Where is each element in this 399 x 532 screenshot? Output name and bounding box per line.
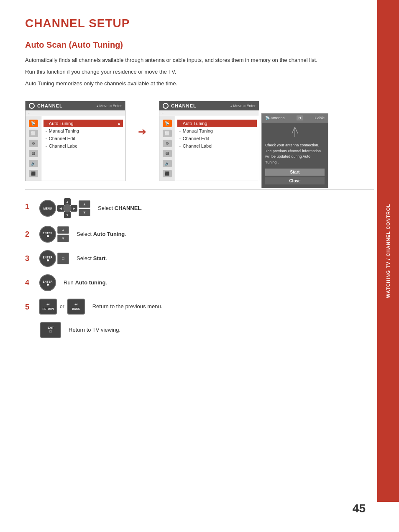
dpad-center-1 bbox=[63, 204, 72, 212]
popup-body-text: Check your antenna connection. The previ… bbox=[262, 139, 328, 167]
page-number: 45 bbox=[353, 502, 366, 515]
step-5-text: Return to the previous menu. bbox=[92, 303, 163, 310]
menu-icon-image-2: 🖼 bbox=[163, 150, 172, 157]
arrow-between-panels: ➔ bbox=[138, 126, 146, 138]
nav-btn-1: ▲ ▼ bbox=[79, 200, 90, 216]
menu-icon-audio-2: 🔊 bbox=[163, 160, 172, 167]
menu-icon-settings: ⚙ bbox=[29, 140, 38, 147]
popup-start-button[interactable]: Start bbox=[265, 169, 325, 176]
square-nav-3[interactable]: ▢ bbox=[57, 253, 69, 264]
menu-item-auto-tuning-2: • Auto Tuning bbox=[177, 120, 257, 127]
enter-dot-4 bbox=[47, 284, 49, 286]
step-4-row: 4 ENTER Run Auto tuning. bbox=[25, 274, 374, 291]
panel-with-popup: CHANNEL ⬧ Move ⊛ Enter ← 📡 ⬜ ⚙ 🖼 🔊 ⬛ bbox=[159, 101, 259, 181]
section-subtitle: Auto Scan (Auto Tuning) bbox=[25, 40, 374, 50]
menu-panel-1-items: • Auto Tuning ▲ • Manual Tuning • Channe… bbox=[41, 116, 125, 181]
menu-panel-2: CHANNEL ⬧ Move ⊛ Enter ← 📡 ⬜ ⚙ 🖼 🔊 ⬛ bbox=[159, 101, 259, 181]
menu-panel-1-icons: 📡 ⬜ ⚙ 🖼 🔊 ⬛ bbox=[26, 116, 41, 181]
h-label: H bbox=[297, 115, 303, 120]
enter-dot-3 bbox=[47, 259, 49, 261]
svg-line-1 bbox=[295, 127, 298, 133]
step-1-row: 1 MENU ▲ ▼ ◀ ▶ ▲ ▼ bbox=[25, 198, 374, 218]
page-title: CHANNEL SETUP bbox=[25, 17, 374, 30]
step-2-text: Select Auto Tuning. bbox=[77, 230, 126, 238]
menu-icon-image: 🖼 bbox=[29, 150, 38, 157]
menu-item-channel-edit-2: • Channel Edit bbox=[179, 135, 255, 142]
step-4-number: 4 bbox=[25, 279, 32, 287]
main-content: CHANNEL SETUP Auto Scan (Auto Tuning) Au… bbox=[25, 0, 374, 355]
auto-tuning-popup: 📡 Antenna H Cable Check your antenna con… bbox=[261, 113, 328, 188]
menu-icon-settings-2: ⚙ bbox=[163, 140, 172, 147]
antenna-label: 📡 Antenna bbox=[265, 116, 285, 120]
step-2-number: 2 bbox=[25, 230, 32, 239]
enter-button-3[interactable]: ENTER bbox=[39, 250, 56, 267]
section-divider bbox=[25, 189, 374, 190]
exit-buttons: EXIT □ bbox=[40, 322, 61, 338]
body-text-1: Automatically finds all channels availab… bbox=[25, 56, 374, 65]
cable-label: Cable bbox=[315, 116, 325, 120]
step-2-buttons: ENTER ▲ ▼ bbox=[39, 226, 69, 243]
enter-dot-2 bbox=[47, 235, 49, 237]
antenna-svg bbox=[289, 125, 301, 138]
exit-row: EXIT □ Return to TV viewing. bbox=[40, 322, 374, 338]
step-1-buttons: MENU ▲ ▼ ◀ ▶ ▲ ▼ bbox=[39, 198, 90, 218]
menu-item-manual-tuning-2: • Manual Tuning bbox=[179, 127, 255, 135]
step-4-buttons: ENTER bbox=[39, 274, 56, 291]
step-3-number: 3 bbox=[25, 254, 32, 263]
menu-panel-2-icons: 📡 ⬜ ⚙ 🖼 🔊 ⬛ bbox=[159, 116, 175, 181]
back-button[interactable]: ↩ BACK bbox=[67, 299, 85, 315]
steps-area: 1 MENU ▲ ▼ ◀ ▶ ▲ ▼ bbox=[25, 198, 374, 338]
step-5-row: 5 ↩ RETURN or ↩ BACK Return to the previ… bbox=[25, 299, 374, 315]
step-1-number: 1 bbox=[25, 202, 32, 211]
dpad-down-1[interactable]: ▼ bbox=[64, 212, 71, 218]
sidebar: WATCHING TV / CHANNEL CONTROL bbox=[377, 0, 399, 502]
exit-button[interactable]: EXIT □ bbox=[40, 322, 61, 338]
nav-down-1[interactable]: ▼ bbox=[79, 209, 90, 216]
menu-icon-misc: ⬛ bbox=[29, 170, 38, 177]
dpad-1[interactable]: ▲ ▼ ◀ ▶ bbox=[57, 198, 77, 218]
menu-item-channel-label-2: • Channel Label bbox=[179, 142, 255, 150]
menu-item-channel-edit-1: • Channel Edit bbox=[46, 135, 121, 142]
menu-icon-antenna: 📡 bbox=[29, 120, 38, 127]
menu-panel-1: CHANNEL ⬧ Move ⊛ Enter ← 📡 ⬜ ⚙ 🖼 🔊 ⬛ • bbox=[25, 101, 125, 181]
popup-antenna-bar: 📡 Antenna H Cable bbox=[262, 114, 328, 123]
menu-panel-1-body: 📡 ⬜ ⚙ 🖼 🔊 ⬛ • Auto Tuning ▲ • Manual bbox=[26, 116, 125, 181]
body-text-2: Run this function if you change your res… bbox=[25, 67, 374, 77]
menu-panel-2-header: CHANNEL ⬧ Move ⊛ Enter bbox=[159, 101, 259, 110]
step-2-row: 2 ENTER ▲ ▼ Select Auto Tuning. bbox=[25, 226, 374, 243]
right-arrow-icon: ➔ bbox=[138, 126, 146, 138]
screenshots-area: CHANNEL ⬧ Move ⊛ Enter ← 📡 ⬜ ⚙ 🖼 🔊 ⬛ • bbox=[25, 101, 374, 181]
menu-icon-antenna-2: 📡 bbox=[163, 120, 172, 127]
step-3-row: 3 ENTER ▢ Select Start. bbox=[25, 250, 374, 267]
dpad-right-1[interactable]: ▶ bbox=[71, 205, 77, 212]
menu-button[interactable]: MENU bbox=[39, 200, 56, 217]
logo-icon bbox=[29, 103, 35, 109]
step-5-buttons: ↩ RETURN or ↩ BACK bbox=[39, 299, 85, 315]
or-label: or bbox=[60, 304, 64, 309]
nav-up-2[interactable]: ▲ bbox=[57, 226, 69, 234]
popup-antenna-icon bbox=[262, 123, 328, 139]
nav-down-2[interactable]: ▼ bbox=[57, 235, 69, 242]
menu-panel-1-header-left: CHANNEL bbox=[29, 103, 63, 109]
menu-icon-audio: 🔊 bbox=[29, 160, 38, 167]
menu-item-auto-tuning-1: • Auto Tuning ▲ bbox=[43, 120, 123, 127]
menu-item-channel-label-1: • Channel Label bbox=[46, 142, 121, 150]
menu-panel-1-title: CHANNEL bbox=[37, 103, 63, 108]
sidebar-label: WATCHING TV / CHANNEL CONTROL bbox=[386, 204, 391, 298]
enter-button-4[interactable]: ENTER bbox=[39, 274, 56, 291]
step-3-buttons: ENTER ▢ bbox=[39, 250, 69, 267]
body-text-3: Auto Tuning memorizes only the channels … bbox=[25, 79, 374, 88]
menu-panel-2-title: CHANNEL bbox=[171, 103, 197, 108]
step-4-text: Run Auto tuning. bbox=[64, 279, 107, 286]
enter-button-2[interactable]: ENTER bbox=[39, 226, 56, 243]
svg-line-0 bbox=[292, 127, 295, 133]
nav-up-1[interactable]: ▲ bbox=[79, 200, 90, 208]
menu-panel-2-nav: ⬧ Move ⊛ Enter bbox=[230, 104, 256, 108]
exit-text: Return to TV viewing. bbox=[69, 326, 120, 334]
step-3-text: Select Start. bbox=[77, 255, 107, 262]
popup-close-button[interactable]: Close bbox=[265, 177, 325, 184]
menu-panel-2-items: • Auto Tuning • Manual Tuning • Channel … bbox=[175, 116, 259, 181]
return-button[interactable]: ↩ RETURN bbox=[39, 299, 57, 315]
back-arrow-2: ← bbox=[159, 110, 259, 116]
menu-icon-input-2: ⬜ bbox=[163, 130, 172, 137]
